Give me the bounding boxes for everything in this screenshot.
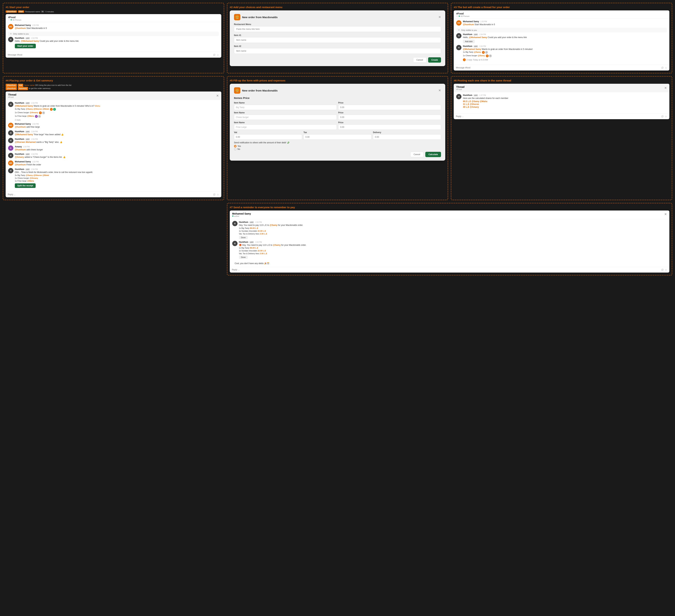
message-input-1[interactable]	[8, 54, 212, 56]
dm-close-button-7[interactable]: ✕	[664, 212, 667, 216]
reply-input-7[interactable]	[232, 268, 660, 271]
cancel-button-5[interactable]: Cancel	[410, 152, 424, 157]
thread-avatar-4-ms1: MS	[8, 123, 13, 128]
thread-msg-name-4-ms1: Mohamed Samy	[15, 123, 31, 125]
thread-content-4-amany: Amany 1:54 PM @humhum add chees burger	[15, 145, 219, 151]
tag-4-humhum2: @humhum	[6, 87, 17, 90]
item-name-input-5-1[interactable]	[234, 105, 337, 110]
dm-content-7-2: HumHum APP 1:54 PM 🎁 Hey, You need to pa…	[239, 241, 667, 259]
thread-bot-text-4-4: @Amany added a "Chees burger" to the ite…	[15, 156, 219, 159]
radio-no-row-5[interactable]: No	[234, 148, 441, 150]
dm-final-text-7: Cool, you don't have any debts 🎉🎊	[232, 260, 667, 265]
thread-msg-4-amany: A Amany 1:54 PM @humhum add chees burger	[8, 145, 219, 151]
thread-msg-time-4-ms2: 1:53 PM	[32, 161, 39, 163]
done-button-7-1[interactable]: Done	[239, 236, 248, 239]
tag-4-add: Add	[18, 84, 23, 87]
dm-active-text-7: active	[234, 215, 239, 217]
item-price-input-5-3[interactable]	[338, 125, 441, 130]
thread-close-button-4[interactable]: ✕	[216, 94, 219, 98]
item-price-input-5-1[interactable]	[338, 105, 441, 110]
thread-close-button-6[interactable]: ✕	[664, 86, 667, 90]
radio-yes-row-5[interactable]: Yes	[234, 145, 441, 147]
emoji-icon-3[interactable]: ☺	[665, 66, 667, 69]
section-1-tags: @humhum Start Restaurant name in 5 minut…	[6, 10, 221, 13]
thread-msg-6-bot: H HumHum APP 1:37 PM Here are the calcul…	[456, 94, 667, 108]
message-input-3[interactable]	[456, 67, 660, 69]
calculate-button-5[interactable]: Calculate	[425, 152, 441, 157]
reply-input-4[interactable]	[8, 193, 212, 196]
chat-body-3: MS Mohamed Samy 1:53 PM @humhum Start Ma…	[454, 18, 669, 65]
add-dish-button-3[interactable]: Add dish	[463, 40, 475, 43]
item-name-input-5-3[interactable]	[234, 125, 337, 130]
price-label-5-1: Price	[338, 101, 441, 104]
start-order-button[interactable]: Start your order	[15, 44, 36, 48]
avatar-bot-1: H	[8, 37, 13, 42]
reply-input-icons-4: @ ☺	[213, 193, 219, 196]
emoji-icon-4[interactable]: ☺	[217, 193, 219, 196]
thread-msg-4-bot5: H HumHum APP 1:54 PM Ohh .. Time is fini…	[8, 168, 219, 188]
tag-start: Start	[18, 10, 24, 13]
restaurant-input-2[interactable]	[234, 26, 441, 32]
dm-bot-text-7-2: 🎁 Hey, You need to pay 113 L.E to @Samy …	[239, 244, 667, 247]
create-button-2[interactable]: Create	[428, 57, 441, 63]
dm-avatar-7-1: H	[232, 221, 237, 226]
thread-bot-name-4-3: HumHum APP	[15, 138, 30, 140]
emoji-icon-7[interactable]: ☺	[665, 268, 667, 271]
item-price-input-5-2[interactable]	[338, 114, 441, 120]
modal-title-2: New order from Macdonalds	[242, 16, 278, 19]
at-icon-6[interactable]: @	[661, 115, 664, 118]
thread-bot-name-4-2: HumHum APP	[15, 130, 30, 133]
thread-sub-4: #Food	[8, 96, 16, 98]
eye-icon-3: 👁	[458, 29, 460, 31]
thread-content-4-ms2: Mohamed Samy 1:53 PM @humhum Finish the …	[15, 160, 219, 166]
msg-content-3-bot2: HumHum APP 1:54 PM @Mohamed Samy Wants t…	[463, 45, 667, 61]
msg-name-1: Mohamed Samy	[15, 24, 31, 26]
reply-input-6[interactable]	[456, 115, 660, 118]
share-6-1: 89.5 L.E @Samy @Maha	[463, 100, 667, 102]
reply-time-3: Today at 9:23 AM	[473, 59, 488, 61]
msg-row-3-1: MS Mohamed Samy 1:53 PM @humhum Start Ma…	[456, 20, 667, 26]
item-name-input-5-2[interactable]	[234, 114, 337, 120]
bot-name-3-2: HumHum APP	[463, 45, 478, 48]
dm-msg-7-1: H HumHum APP 1:54 PM Hey, You need to pa…	[232, 221, 667, 239]
order-item-4-2: 1x Chees burger @Amany A+	[15, 111, 219, 114]
vat-input-5[interactable]	[234, 134, 302, 140]
thread-content-4-bot2: HumHum APP 1:54 PM @Mohamed Samy "frise …	[15, 130, 219, 136]
price-col-price-5-2: Price	[338, 111, 441, 120]
emoji-icon-1[interactable]: ☺	[217, 54, 219, 56]
item2-input-2[interactable]	[234, 48, 441, 54]
modal-close-button-2[interactable]: ✕	[438, 15, 441, 19]
msg-row-1: MS Mohamed Samy 1:53 PM @humhum Start Ma…	[8, 24, 219, 30]
thread-title-6: Thread	[456, 85, 464, 88]
delivery-input-5[interactable]	[373, 134, 441, 140]
thread-bot-time-4-4: 1:54 PM	[31, 153, 38, 155]
at-icon-7[interactable]: @	[661, 268, 664, 271]
dm-item-7-2-3: Vat, Tax & Delivery fees 3.00 L.E	[239, 252, 667, 255]
item1-input-2[interactable]	[234, 37, 441, 43]
chat-input-1: @ ☺	[6, 52, 221, 58]
bot-text-3-1: Hello, @Mohamed Samy Could you add your …	[463, 36, 667, 39]
thread-window-6: Thread #Food ✕ H HumHum APP 1:37 PM Here…	[454, 84, 669, 119]
thread-bot-time-4-5: 1:54 PM	[31, 168, 38, 170]
emoji-icon-6[interactable]: ☺	[665, 115, 667, 118]
dm-item-7-1-3: Vat, Tax & Delivery fees 3.00 L.E	[239, 232, 667, 235]
at-icon-3[interactable]: @	[661, 66, 664, 69]
bot-name-1: HumHum APP	[15, 37, 30, 39]
thread-avatar-4-bot2: H	[8, 130, 13, 136]
split-receipt-button[interactable]: Split the receipt	[15, 183, 35, 188]
dm-bot-time-7-2: 1:54 PM	[255, 241, 262, 243]
modal-title-5: New order from Macdonalds	[242, 89, 278, 92]
cancel-button-2[interactable]: Cancel	[413, 57, 426, 63]
at-icon-4[interactable]: @	[213, 193, 216, 196]
msg-time-1: 1:53 PM	[32, 24, 39, 26]
done-button-7-2[interactable]: Done	[239, 256, 248, 259]
modal-header-2: 🍔 New order from Macdonalds ✕	[234, 14, 441, 20]
reply-count-3: 2 reply	[466, 59, 472, 61]
at-icon-1[interactable]: @	[213, 54, 216, 56]
modal-close-button-5[interactable]: ✕	[438, 88, 441, 92]
channel-count-1: 60 Person	[12, 19, 21, 21]
tag-in: in	[41, 10, 45, 13]
tax-input-5[interactable]	[303, 134, 372, 140]
msg-time-3-1: 1:53 PM	[480, 21, 487, 22]
send-notif-text-5: Send notification to others with the amo…	[234, 141, 441, 144]
